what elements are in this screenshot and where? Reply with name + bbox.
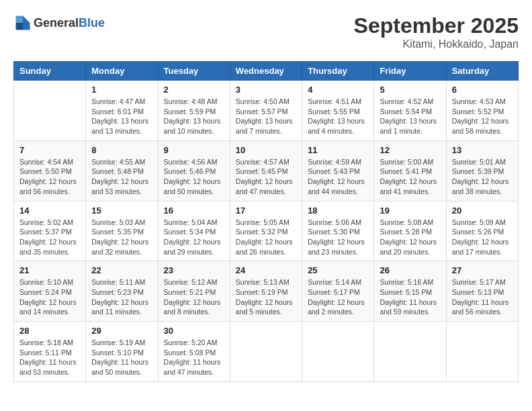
calendar-cell: 8Sunrise: 4:55 AM Sunset: 5:48 PM Daylig… [86,140,158,201]
calendar-cell: 21Sunrise: 5:10 AM Sunset: 5:24 PM Dayli… [14,261,86,322]
day-number: 10 [236,145,296,155]
day-info: Sunrise: 4:51 AM Sunset: 5:55 PM Dayligh… [308,97,368,136]
logo: GeneralBlue [13,13,105,32]
weekday-header-wednesday: Wednesday [230,62,302,81]
day-info: Sunrise: 5:16 AM Sunset: 5:15 PM Dayligh… [380,277,440,317]
day-number: 12 [380,145,440,155]
calendar-cell [302,322,374,382]
calendar-cell: 4Sunrise: 4:51 AM Sunset: 5:55 PM Daylig… [302,81,374,141]
day-number: 3 [236,85,296,95]
weekday-header-friday: Friday [374,62,446,81]
svg-marker-0 [23,16,30,24]
calendar-cell: 9Sunrise: 4:56 AM Sunset: 5:46 PM Daylig… [158,140,230,201]
day-number: 9 [164,145,224,155]
calendar-week-row: 1Sunrise: 4:47 AM Sunset: 6:01 PM Daylig… [14,81,519,141]
calendar-week-row: 7Sunrise: 4:54 AM Sunset: 5:50 PM Daylig… [14,140,519,201]
day-info: Sunrise: 5:19 AM Sunset: 5:10 PM Dayligh… [91,338,152,377]
day-number: 5 [380,85,440,95]
logo-icon [13,13,32,32]
day-info: Sunrise: 5:20 AM Sunset: 5:08 PM Dayligh… [164,338,224,377]
calendar-cell: 7Sunrise: 4:54 AM Sunset: 5:50 PM Daylig… [14,140,86,201]
calendar-cell: 14Sunrise: 5:02 AM Sunset: 5:37 PM Dayli… [14,201,86,261]
day-info: Sunrise: 5:05 AM Sunset: 5:32 PM Dayligh… [236,218,296,257]
day-number: 1 [91,85,152,95]
day-info: Sunrise: 4:59 AM Sunset: 5:43 PM Dayligh… [308,157,368,197]
day-number: 8 [91,145,152,155]
weekday-header-thursday: Thursday [302,62,374,81]
day-info: Sunrise: 5:10 AM Sunset: 5:24 PM Dayligh… [19,277,80,317]
calendar-cell: 2Sunrise: 4:48 AM Sunset: 5:59 PM Daylig… [158,81,230,141]
svg-marker-3 [16,16,24,24]
day-info: Sunrise: 5:18 AM Sunset: 5:11 PM Dayligh… [19,338,80,377]
calendar-cell: 10Sunrise: 4:57 AM Sunset: 5:45 PM Dayli… [230,140,302,201]
day-info: Sunrise: 5:01 AM Sunset: 5:39 PM Dayligh… [452,157,513,197]
day-info: Sunrise: 5:12 AM Sunset: 5:21 PM Dayligh… [164,277,224,317]
day-info: Sunrise: 4:54 AM Sunset: 5:50 PM Dayligh… [19,157,80,197]
weekday-header-monday: Monday [86,62,158,81]
calendar-cell [374,322,446,382]
calendar-cell: 1Sunrise: 4:47 AM Sunset: 6:01 PM Daylig… [86,81,158,141]
day-info: Sunrise: 4:55 AM Sunset: 5:48 PM Dayligh… [91,157,152,197]
calendar-header-row: SundayMondayTuesdayWednesdayThursdayFrid… [14,62,519,81]
day-info: Sunrise: 5:17 AM Sunset: 5:13 PM Dayligh… [452,277,513,317]
day-number: 17 [236,205,296,216]
day-number: 22 [91,265,152,275]
day-number: 19 [380,205,440,216]
day-info: Sunrise: 4:47 AM Sunset: 6:01 PM Dayligh… [91,97,152,136]
logo-blue-text: Blue [79,16,105,30]
day-number: 21 [19,265,80,275]
calendar-cell: 28Sunrise: 5:18 AM Sunset: 5:11 PM Dayli… [14,322,86,382]
calendar-cell: 22Sunrise: 5:11 AM Sunset: 5:23 PM Dayli… [86,261,158,322]
day-number: 15 [91,205,152,216]
calendar-week-row: 21Sunrise: 5:10 AM Sunset: 5:24 PM Dayli… [14,261,519,322]
day-number: 14 [19,205,80,216]
day-number: 16 [164,205,224,216]
calendar-cell [446,322,518,382]
month-title: September 2025 [354,13,519,38]
day-info: Sunrise: 4:56 AM Sunset: 5:46 PM Dayligh… [164,157,224,197]
svg-marker-1 [23,23,30,30]
day-info: Sunrise: 5:06 AM Sunset: 5:30 PM Dayligh… [308,218,368,257]
calendar-week-row: 14Sunrise: 5:02 AM Sunset: 5:37 PM Dayli… [14,201,519,261]
day-number: 27 [452,265,513,275]
calendar-cell [230,322,302,382]
day-number: 25 [308,265,368,275]
day-info: Sunrise: 5:08 AM Sunset: 5:28 PM Dayligh… [380,218,440,257]
day-number: 30 [164,326,224,336]
calendar-cell: 3Sunrise: 4:50 AM Sunset: 5:57 PM Daylig… [230,81,302,141]
day-number: 28 [19,326,80,336]
calendar-cell: 19Sunrise: 5:08 AM Sunset: 5:28 PM Dayli… [374,201,446,261]
day-info: Sunrise: 4:50 AM Sunset: 5:57 PM Dayligh… [236,97,296,136]
calendar-cell: 26Sunrise: 5:16 AM Sunset: 5:15 PM Dayli… [374,261,446,322]
day-number: 13 [452,145,513,155]
calendar-week-row: 28Sunrise: 5:18 AM Sunset: 5:11 PM Dayli… [14,322,519,382]
title-area: September 2025 Kitami, Hokkaido, Japan [354,13,519,50]
page-header: GeneralBlue September 2025 Kitami, Hokka… [13,13,519,50]
logo-general-text: General [34,16,79,30]
calendar-cell: 15Sunrise: 5:03 AM Sunset: 5:35 PM Dayli… [86,201,158,261]
day-info: Sunrise: 5:11 AM Sunset: 5:23 PM Dayligh… [91,277,152,317]
day-info: Sunrise: 5:02 AM Sunset: 5:37 PM Dayligh… [19,218,80,257]
day-number: 7 [19,145,80,155]
weekday-header-saturday: Saturday [446,62,518,81]
calendar-cell: 12Sunrise: 5:00 AM Sunset: 5:41 PM Dayli… [374,140,446,201]
calendar-cell: 17Sunrise: 5:05 AM Sunset: 5:32 PM Dayli… [230,201,302,261]
day-number: 24 [236,265,296,275]
calendar-cell: 18Sunrise: 5:06 AM Sunset: 5:30 PM Dayli… [302,201,374,261]
day-info: Sunrise: 5:00 AM Sunset: 5:41 PM Dayligh… [380,157,440,197]
calendar-cell: 23Sunrise: 5:12 AM Sunset: 5:21 PM Dayli… [158,261,230,322]
day-number: 20 [452,205,513,216]
day-number: 18 [308,205,368,216]
calendar-cell [14,81,86,141]
day-info: Sunrise: 4:53 AM Sunset: 5:52 PM Dayligh… [452,97,513,136]
svg-marker-2 [16,23,24,30]
calendar-cell: 24Sunrise: 5:13 AM Sunset: 5:19 PM Dayli… [230,261,302,322]
calendar-cell: 27Sunrise: 5:17 AM Sunset: 5:13 PM Dayli… [446,261,518,322]
day-info: Sunrise: 5:14 AM Sunset: 5:17 PM Dayligh… [308,277,368,317]
day-info: Sunrise: 5:09 AM Sunset: 5:26 PM Dayligh… [452,218,513,257]
day-info: Sunrise: 4:57 AM Sunset: 5:45 PM Dayligh… [236,157,296,197]
day-info: Sunrise: 4:48 AM Sunset: 5:59 PM Dayligh… [164,97,224,136]
weekday-header-tuesday: Tuesday [158,62,230,81]
day-number: 2 [164,85,224,95]
day-number: 6 [452,85,513,95]
